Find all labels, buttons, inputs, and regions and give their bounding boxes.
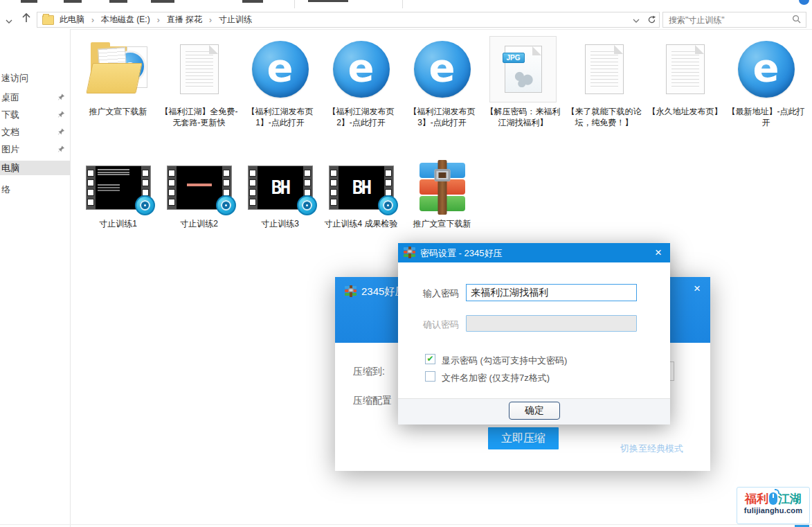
jpg-file-icon: JPG: [505, 46, 542, 93]
compress-config-label: 压缩配置: [353, 395, 392, 407]
search-input[interactable]: [663, 15, 792, 25]
browser-shortcut-icon: e: [414, 41, 471, 98]
file-item[interactable]: 【福利江湖】全免费-无套路-更新快: [159, 36, 240, 128]
file-name: 推广文宣下载新: [402, 218, 482, 229]
file-item[interactable]: 寸止训练2: [159, 161, 240, 229]
sidebar-item-label: 图片: [0, 143, 19, 156]
breadcrumb-item[interactable]: 寸止训练: [217, 14, 253, 26]
address-dropdown-icon[interactable]: [629, 14, 644, 26]
ribbon-help-icon[interactable]: [799, 0, 809, 5]
breadcrumb: 此电脑›本地磁盘 (E:)›直播 探花›寸止训练: [58, 14, 253, 26]
sidebar-item-1[interactable]: 下载: [0, 107, 70, 122]
filename-encrypt-label: 文件名加密 (仅支持7z格式): [442, 372, 550, 384]
show-password-checkbox[interactable]: ✔: [425, 354, 435, 364]
video-player-badge-icon: [297, 195, 317, 215]
sidebar-item-network[interactable]: 络: [0, 182, 70, 197]
breadcrumb-separator-icon: ›: [204, 15, 217, 25]
sidebar-item-3[interactable]: 图片: [0, 142, 70, 157]
file-item[interactable]: e推广文宣下载新: [78, 36, 159, 117]
file-name: 【来了就能下载的论坛，纯免费！】: [563, 106, 644, 128]
file-icon-area: JPG: [489, 36, 557, 102]
ribbon-tab-fragment: [308, 0, 348, 2]
file-item[interactable]: e【福利江湖发布页2】-点此打开: [321, 36, 402, 128]
file-icon-area: e: [408, 36, 476, 102]
file-name: 【解压密码：来福利江湖找福利】: [482, 106, 563, 128]
classic-mode-link[interactable]: 切换至经典模式: [620, 443, 683, 455]
history-chevron-icon[interactable]: [5, 15, 13, 27]
search-box[interactable]: [662, 12, 806, 28]
file-item[interactable]: 【永久地址发布页】: [644, 36, 725, 117]
ribbon-strip: [0, 0, 812, 10]
file-item[interactable]: JPG【解压密码：来福利江湖找福利】: [482, 36, 563, 128]
enter-password-input[interactable]: [466, 284, 637, 301]
video-file-icon: [167, 166, 232, 210]
file-item[interactable]: 推广文宣下载新: [402, 161, 482, 229]
ribbon-tab-fragment[interactable]: [64, 0, 82, 3]
ribbon-tab-fragment[interactable]: [109, 0, 127, 3]
confirm-password-input[interactable]: [466, 315, 637, 332]
folder-icon: [42, 15, 54, 25]
breadcrumb-item[interactable]: 直播 探花: [165, 14, 204, 26]
pin-icon: [57, 110, 65, 118]
file-item[interactable]: 【来了就能下载的论坛，纯免费！】: [563, 36, 644, 128]
sidebar-item-label: 桌面: [0, 91, 19, 104]
refresh-button[interactable]: [644, 12, 660, 28]
file-name: 寸止训练3: [240, 218, 321, 229]
search-icon[interactable]: [792, 14, 806, 26]
text-file-icon: [585, 44, 624, 94]
sidebar-item-0[interactable]: 桌面: [0, 90, 70, 105]
file-name: 【福利江湖发布页1】-点此打开: [240, 106, 321, 128]
video-player-badge-icon: [216, 195, 236, 215]
password-dialog-titlebar: 密码设置 - 2345好压 ×: [398, 243, 670, 262]
watermark-brand: 福利江湖: [737, 492, 809, 506]
window-bottom-border: [0, 524, 812, 525]
file-name: 【福利江湖发布页3】-点此打开: [402, 106, 482, 128]
file-name: 【福利江湖发布页2】-点此打开: [321, 106, 402, 128]
breadcrumb-item[interactable]: 本地磁盘 (E:): [100, 14, 152, 26]
breadcrumb-separator-icon: ›: [86, 15, 100, 25]
file-icon-area: e: [246, 36, 314, 102]
sidebar-item-label: 文档: [0, 126, 19, 139]
file-icon-area: e: [327, 36, 395, 102]
sidebar-item-this-pc[interactable]: 电脑: [0, 161, 70, 175]
breadcrumb-item[interactable]: 此电脑: [58, 14, 86, 26]
browser-shortcut-icon: e: [333, 41, 390, 98]
ribbon-tab-fragment[interactable]: [151, 0, 174, 3]
password-close-icon[interactable]: ×: [651, 246, 666, 260]
file-icon-area: [408, 161, 476, 215]
sidebar-item-label: 速访问: [0, 72, 28, 84]
ok-button[interactable]: 确定: [509, 402, 560, 420]
address-bar[interactable]: 此电脑›本地磁盘 (E:)›直播 探花›寸止训练: [37, 12, 644, 28]
file-name: 【福利江湖】全免费-无套路-更新快: [159, 106, 240, 128]
compress-close-icon[interactable]: ×: [689, 282, 705, 296]
video-file-icon: BH: [329, 166, 394, 210]
sidebar-item-2[interactable]: 文档: [0, 125, 70, 139]
text-file-icon: [180, 44, 219, 94]
file-item[interactable]: e【福利江湖发布页1】-点此打开: [240, 36, 321, 128]
file-item[interactable]: BH寸止训练4 成果检验: [321, 161, 402, 229]
file-icon-area: e: [84, 36, 152, 102]
video-file-icon: [86, 166, 151, 210]
file-item[interactable]: e【福利江湖发布页3】-点此打开: [402, 36, 482, 128]
jpg-badge: JPG: [503, 53, 525, 63]
ribbon-tab-fragment[interactable]: [21, 0, 37, 3]
file-icon-area: BH: [327, 161, 395, 215]
ribbon-tab-fragment[interactable]: [242, 0, 263, 3]
haozip-app-icon: [404, 247, 415, 258]
file-icon-area: [570, 36, 638, 102]
folder-icon: e: [88, 41, 149, 98]
file-item[interactable]: 寸止训练1: [78, 161, 159, 229]
file-name: 推广文宣下载新: [78, 106, 159, 117]
filename-encrypt-checkbox[interactable]: [425, 371, 435, 382]
compress-now-button[interactable]: 立即压缩: [488, 427, 559, 449]
breadcrumb-separator-icon: ›: [152, 15, 165, 25]
file-item[interactable]: BH寸止训练3: [240, 161, 321, 229]
show-password-label: 显示密码 (勾选可支持中文密码): [442, 355, 567, 367]
up-arrow-button[interactable]: [20, 12, 33, 27]
compress-to-label: 压缩到:: [353, 366, 385, 378]
video-file-icon: BH: [248, 166, 313, 210]
mouse-icon: [769, 492, 777, 505]
file-item[interactable]: e【最新地址】-点此打开: [725, 36, 806, 128]
sidebar-quick-access[interactable]: 速访问: [0, 71, 70, 85]
video-player-badge-icon: [378, 195, 398, 215]
